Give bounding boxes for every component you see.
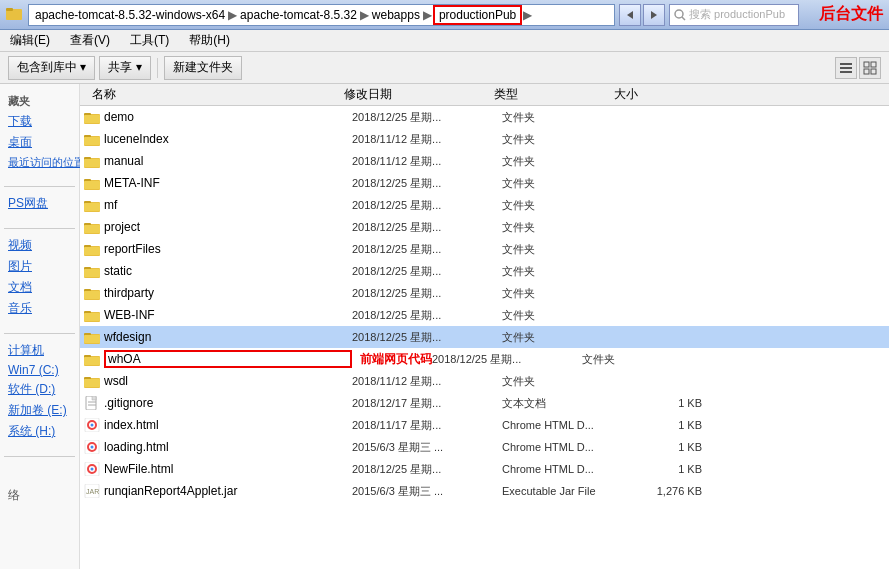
table-row[interactable]: index.html 2018/11/17 星期... Chrome HTML … — [80, 414, 889, 436]
toolbar-include-library[interactable]: 包含到库中 ▾ — [8, 56, 95, 80]
table-row[interactable]: mf 2018/12/25 星期... 文件夹 — [80, 194, 889, 216]
table-row[interactable]: luceneIndex 2018/11/12 星期... 文件夹 — [80, 128, 889, 150]
sidebar-item-computer[interactable]: 计算机 — [4, 340, 75, 361]
file-size: 1 KB — [622, 441, 702, 453]
menu-help[interactable]: 帮助(H) — [183, 30, 236, 51]
toolbar-new-folder[interactable]: 新建文件夹 — [164, 56, 242, 80]
svg-rect-12 — [871, 69, 876, 74]
address-seg-2[interactable]: apache-tomcat-8.5.32 — [238, 8, 359, 22]
table-row[interactable]: wsdl 2018/11/12 星期... 文件夹 — [80, 370, 889, 392]
table-row[interactable]: thirdparty 2018/12/25 星期... 文件夹 — [80, 282, 889, 304]
svg-rect-42 — [84, 313, 100, 321]
file-type: 文件夹 — [502, 198, 622, 213]
col-header-type[interactable]: 类型 — [494, 86, 614, 103]
menu-view[interactable]: 查看(V) — [64, 30, 116, 51]
sidebar-section-ps: PS网盘 — [4, 193, 75, 214]
file-name-text: reportFiles — [104, 242, 352, 256]
sidebar-item-doc[interactable]: 文档 — [4, 277, 75, 298]
svg-point-60 — [91, 446, 94, 449]
table-row[interactable]: META-INF 2018/12/25 星期... 文件夹 — [80, 172, 889, 194]
table-row[interactable]: NewFile.html 2018/12/25 星期... Chrome HTM… — [80, 458, 889, 480]
folder-icon — [84, 374, 100, 388]
svg-point-63 — [91, 468, 94, 471]
file-type: Chrome HTML D... — [502, 441, 622, 453]
menu-tools[interactable]: 工具(T) — [124, 30, 175, 51]
address-seg-1[interactable]: apache-tomcat-8.5.32-windows-x64 — [33, 8, 227, 22]
file-date: 2018/12/25 星期... — [352, 330, 502, 345]
search-box[interactable]: 搜索 productionPub — [669, 4, 799, 26]
table-row[interactable]: demo 2018/12/25 星期... 文件夹 — [80, 106, 889, 128]
sidebar-divider-3 — [4, 333, 75, 334]
table-row[interactable]: JAR runqianReport4Applet.jar 2015/6/3 星期… — [80, 480, 889, 502]
file-date: 2018/12/25 星期... — [352, 110, 502, 125]
file-name-text: static — [104, 264, 352, 278]
nav-forward-btn[interactable] — [643, 4, 665, 26]
svg-rect-11 — [864, 69, 869, 74]
table-row[interactable]: static 2018/12/25 星期... 文件夹 — [80, 260, 889, 282]
folder-icon — [84, 286, 100, 300]
folder-icon — [84, 198, 100, 212]
file-size: 1,276 KB — [622, 485, 702, 497]
menu-edit[interactable]: 编辑(E) — [4, 30, 56, 51]
file-icon — [84, 396, 100, 410]
file-type: 文件夹 — [502, 154, 622, 169]
sidebar-section-favorites: 藏夹 下载 桌面 最近访问的位置 — [4, 92, 75, 172]
sidebar-item-newadd[interactable]: 新加卷 (E:) — [4, 400, 75, 421]
sidebar-divider-1 — [4, 186, 75, 187]
sidebar-item-ps[interactable]: PS网盘 — [4, 193, 75, 214]
folder-icon-title — [6, 6, 22, 23]
svg-rect-39 — [84, 291, 100, 299]
file-type: 文件夹 — [502, 110, 622, 125]
table-row[interactable]: wfdesign 2018/12/25 星期... 文件夹 — [80, 326, 889, 348]
svg-text:JAR: JAR — [86, 488, 99, 495]
file-type: 文件夹 — [502, 374, 622, 389]
sidebar-item-software[interactable]: 软件 (D:) — [4, 379, 75, 400]
table-row[interactable]: reportFiles 2018/12/25 星期... 文件夹 — [80, 238, 889, 260]
search-placeholder: 搜索 productionPub — [689, 7, 785, 22]
sidebar-item-desktop[interactable]: 桌面 — [4, 132, 75, 153]
file-name-text: WEB-INF — [104, 308, 352, 322]
svg-rect-10 — [871, 62, 876, 67]
view-grid-btn[interactable] — [859, 57, 881, 79]
table-row[interactable]: project 2018/12/25 星期... 文件夹 — [80, 216, 889, 238]
col-header-date[interactable]: 修改日期 — [344, 86, 494, 103]
nav-back-btn[interactable] — [619, 4, 641, 26]
sidebar-item-video[interactable]: 视频 — [4, 235, 75, 256]
menu-bar: 编辑(E) 查看(V) 工具(T) 帮助(H) — [0, 30, 889, 52]
sidebar-item-recent[interactable]: 最近访问的位置 — [4, 153, 75, 172]
folder-icon — [84, 330, 100, 344]
sidebar-item-win7[interactable]: Win7 (C:) — [4, 361, 75, 379]
table-row[interactable]: manual 2018/11/12 星期... 文件夹 — [80, 150, 889, 172]
view-details-btn[interactable] — [835, 57, 857, 79]
address-seg-active[interactable]: productionPub — [433, 5, 522, 25]
col-header-name[interactable]: 名称 — [84, 86, 344, 103]
table-row[interactable]: .gitignore 2018/12/17 星期... 文本文档 1 KB — [80, 392, 889, 414]
address-seg-3[interactable]: webapps — [370, 8, 422, 22]
toolbar-share[interactable]: 共享 ▾ — [99, 56, 150, 80]
folder-icon — [84, 176, 100, 190]
svg-rect-1 — [6, 8, 13, 11]
file-date: 2018/11/12 星期... — [352, 154, 502, 169]
table-row[interactable]: loading.html 2015/6/3 星期三 ... Chrome HTM… — [80, 436, 889, 458]
svg-point-57 — [91, 424, 94, 427]
sidebar-item-download[interactable]: 下载 — [4, 111, 75, 132]
sidebar-item-music[interactable]: 音乐 — [4, 298, 75, 319]
svg-rect-33 — [84, 247, 100, 255]
file-name-text: manual — [104, 154, 352, 168]
file-date: 2018/12/25 星期... — [352, 176, 502, 191]
table-row[interactable]: whOA 前端网页代码 2018/12/25 星期... 文件夹 — [80, 348, 889, 370]
file-date: 2015/6/3 星期三 ... — [352, 484, 502, 499]
sidebar-item-photo[interactable]: 图片 — [4, 256, 75, 277]
toolbar-separator — [157, 58, 158, 78]
sidebar: 藏夹 下载 桌面 最近访问的位置 PS网盘 视频 图片 文档 音乐 计算机 Wi… — [0, 84, 80, 569]
file-date: 2018/12/17 星期... — [352, 396, 502, 411]
file-list: demo 2018/12/25 星期... 文件夹 luceneIndex 20… — [80, 106, 889, 569]
col-header-size[interactable]: 大小 — [614, 86, 694, 103]
table-row[interactable]: WEB-INF 2018/12/25 星期... 文件夹 — [80, 304, 889, 326]
sidebar-item-network[interactable]: 络 — [4, 485, 75, 506]
sidebar-item-system[interactable]: 系统 (H:) — [4, 421, 75, 442]
file-name-text: whOA — [104, 350, 352, 368]
toolbar: 包含到库中 ▾ 共享 ▾ 新建文件夹 — [0, 52, 889, 84]
address-bar[interactable]: apache-tomcat-8.5.32-windows-x64 ▶ apach… — [28, 4, 615, 26]
file-type: 文本文档 — [502, 396, 622, 411]
